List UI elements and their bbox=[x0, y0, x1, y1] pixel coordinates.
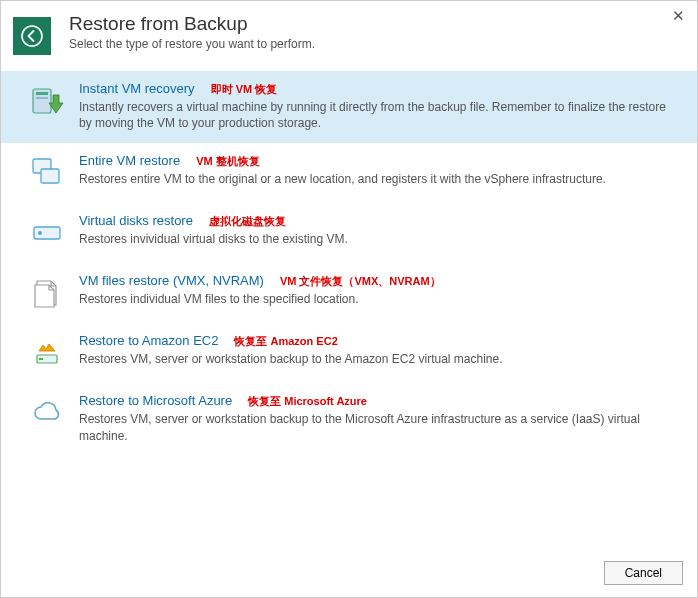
option-title: VM files restore (VMX, NVRAM) bbox=[79, 273, 264, 288]
restore-options-list: Instant VM recovery 即时 VM 恢复 Instantly r… bbox=[1, 65, 697, 551]
option-desc: Restores entire VM to the original or a … bbox=[79, 171, 679, 187]
virtual-disk-icon bbox=[29, 215, 65, 251]
svg-point-7 bbox=[38, 231, 42, 235]
svg-rect-6 bbox=[34, 227, 60, 239]
entire-vm-icon bbox=[29, 155, 65, 191]
footer: Cancel bbox=[1, 551, 697, 597]
instant-recovery-icon bbox=[29, 83, 65, 119]
back-button[interactable] bbox=[13, 17, 51, 55]
option-annotation: 虚拟化磁盘恢复 bbox=[209, 214, 286, 229]
page-subtitle: Select the type of restore you want to p… bbox=[69, 37, 315, 51]
option-desc: Restores invividual virtual disks to the… bbox=[79, 231, 679, 247]
svg-rect-9 bbox=[39, 358, 43, 360]
svg-rect-5 bbox=[41, 169, 59, 183]
cancel-button[interactable]: Cancel bbox=[604, 561, 683, 585]
option-annotation: 即时 VM 恢复 bbox=[211, 82, 278, 97]
vm-files-icon bbox=[29, 275, 65, 311]
option-title: Instant VM recovery bbox=[79, 81, 195, 96]
azure-cloud-icon bbox=[29, 395, 65, 431]
page-title: Restore from Backup bbox=[69, 13, 315, 35]
back-arrow-icon bbox=[20, 24, 44, 48]
svg-rect-3 bbox=[36, 97, 48, 99]
header: Restore from Backup Select the type of r… bbox=[1, 1, 697, 65]
option-desc: Instantly recovers a virtual machine by … bbox=[79, 99, 679, 131]
option-annotation: VM 文件恢复（VMX、NVRAM） bbox=[280, 274, 441, 289]
option-restore-azure[interactable]: Restore to Microsoft Azure 恢复至 Microsoft… bbox=[1, 383, 697, 455]
option-title: Entire VM restore bbox=[79, 153, 180, 168]
option-virtual-disks-restore[interactable]: Virtual disks restore 虚拟化磁盘恢复 Restores i… bbox=[1, 203, 697, 263]
option-desc: Restores VM, server or workstation backu… bbox=[79, 411, 679, 443]
svg-rect-2 bbox=[36, 92, 48, 95]
option-annotation: VM 整机恢复 bbox=[196, 154, 260, 169]
close-icon[interactable]: ✕ bbox=[672, 7, 685, 25]
option-desc: Restores VM, server or workstation backu… bbox=[79, 351, 679, 367]
option-title: Virtual disks restore bbox=[79, 213, 193, 228]
svg-point-0 bbox=[22, 26, 42, 46]
restore-wizard: ✕ Restore from Backup Select the type of… bbox=[0, 0, 698, 598]
option-annotation: 恢复至 Amazon EC2 bbox=[234, 334, 337, 349]
amazon-ec2-icon bbox=[29, 335, 65, 371]
option-desc: Restores individual VM files to the spec… bbox=[79, 291, 679, 307]
option-restore-amazon-ec2[interactable]: Restore to Amazon EC2 恢复至 Amazon EC2 Res… bbox=[1, 323, 697, 383]
option-title: Restore to Microsoft Azure bbox=[79, 393, 232, 408]
option-annotation: 恢复至 Microsoft Azure bbox=[248, 394, 367, 409]
option-entire-vm-restore[interactable]: Entire VM restore VM 整机恢复 Restores entir… bbox=[1, 143, 697, 203]
option-vm-files-restore[interactable]: VM files restore (VMX, NVRAM) VM 文件恢复（VM… bbox=[1, 263, 697, 323]
option-instant-vm-recovery[interactable]: Instant VM recovery 即时 VM 恢复 Instantly r… bbox=[1, 71, 697, 143]
option-title: Restore to Amazon EC2 bbox=[79, 333, 218, 348]
